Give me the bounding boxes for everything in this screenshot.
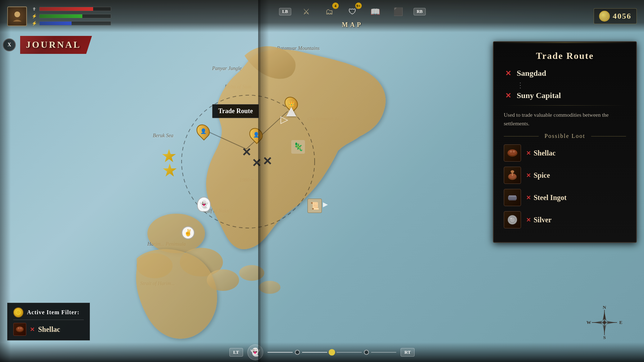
steel-content: ✕ Steel Ingot	[526, 194, 567, 202]
silver-content: ✕ Silver	[526, 216, 552, 224]
marker-animal[interactable]: 🦎	[291, 140, 305, 154]
silver-name: Silver	[534, 216, 552, 224]
marker-ghost[interactable]: 👻	[197, 197, 211, 212]
steel-name: Steel Ingot	[534, 194, 567, 202]
filter-circle-icon	[13, 307, 23, 317]
marker-x1[interactable]: ✕	[242, 145, 251, 159]
filter-panel: Active Item Filter: ✕ Shellac	[7, 303, 90, 340]
nav-btn-inventory[interactable]: 🗂 4	[321, 4, 337, 20]
route-stop-2: ✕ Suny Capital	[504, 91, 626, 100]
steel-icon	[504, 189, 521, 206]
marker-peace[interactable]: ✌	[182, 226, 195, 239]
health-bar	[39, 7, 111, 11]
bottom-nav: LT 👻 RT	[0, 342, 644, 362]
nav-node-1[interactable]	[295, 350, 300, 355]
silver-x-icon: ✕	[526, 217, 531, 223]
nav-btn-sword[interactable]: ⚔	[298, 4, 314, 20]
spice-content: ✕ Spice	[526, 171, 550, 180]
compass-south: S	[603, 335, 606, 340]
filter-label: Active Item Filter:	[27, 309, 79, 316]
rt-button[interactable]: RT	[401, 348, 415, 357]
filter-separator	[13, 320, 84, 320]
svg-point-15	[14, 11, 20, 17]
route-stop-1: ✕ Sangdad	[504, 69, 626, 78]
svg-point-33	[17, 311, 20, 314]
hud-left: 🗡 ⚡ ⚡	[7, 6, 111, 26]
hud-bar: 🗡 ⚡ ⚡ LB	[0, 0, 644, 32]
svg-marker-11	[603, 324, 606, 333]
svg-point-14	[603, 321, 606, 324]
coin-display: 4056	[594, 8, 637, 24]
journal-banner: JOURNAL	[20, 36, 92, 54]
nav-line-1	[268, 352, 293, 353]
journal-label: JOURNAL	[26, 40, 81, 50]
nav-btn-extra[interactable]: ⬛	[390, 4, 406, 20]
trade-route-tooltip: Trade Route	[212, 104, 259, 118]
rb-button[interactable]: RB	[414, 8, 426, 15]
inventory-badge: 4	[332, 3, 339, 9]
svg-marker-12	[594, 321, 603, 324]
marker-sangdad[interactable]: 👤	[197, 124, 209, 138]
nav-btn-journal[interactable]: 📖	[367, 4, 383, 20]
rb-container: RB	[414, 8, 426, 15]
compass-east: E	[619, 320, 622, 325]
filter-label-row: Active Item Filter:	[13, 307, 84, 317]
nav-line-3	[337, 352, 362, 353]
extra-icon: ⬛	[393, 7, 403, 17]
journal-button[interactable]: X JOURNAL	[0, 36, 92, 54]
filter-item-icon	[13, 323, 26, 336]
trade-panel-title: Trade Route	[504, 51, 626, 61]
nav-icons: LB ⚔ 🗂 4 🛡 9+ 📖 ⬛ RB	[279, 4, 426, 20]
lb-button[interactable]: LB	[279, 8, 291, 15]
spice-icon	[504, 167, 521, 184]
svg-point-24	[511, 170, 514, 173]
loot-line-right	[591, 136, 626, 136]
marker-scroll[interactable]: 📜	[307, 199, 322, 213]
hud-center: LB ⚔ 🗂 4 🛡 9+ 📖 ⬛ RB MAP	[279, 4, 426, 29]
trade-route-arrow: ▷	[280, 113, 288, 125]
trade-route-panel: Trade Route ✕ Sangdad ⋮ ✕ Suny Capital U…	[493, 41, 637, 243]
nav-node-2-active[interactable]	[329, 349, 335, 355]
stamina-bar	[39, 14, 111, 18]
svg-point-35	[17, 326, 23, 331]
coin-amount: 4056	[613, 11, 631, 21]
stop2-name: Suny Capital	[517, 91, 561, 100]
map-icon: 🛡	[348, 7, 356, 17]
bottom-nav-inner: LT 👻 RT	[229, 344, 415, 360]
nav-btn-map[interactable]: 🛡 9+	[344, 4, 360, 20]
shellac-x-icon: ✕	[526, 150, 531, 157]
lt-button[interactable]: LT	[229, 348, 243, 357]
loot-item-steel: ✕ Steel Ingot	[504, 189, 626, 206]
compass-west: W	[586, 320, 591, 325]
steel-x-icon: ✕	[526, 194, 531, 201]
compass-north: N	[603, 305, 606, 310]
marker-scroll-arrow[interactable]: ▶	[323, 200, 328, 208]
loot-title: Possible Loot	[544, 133, 585, 139]
loot-item-shellac: ✕ Shellac	[504, 144, 626, 162]
route-description: Used to trade valuable commodities betwe…	[504, 111, 626, 128]
loot-item-spice: ✕ Spice	[504, 167, 626, 184]
svg-point-21	[513, 150, 515, 153]
sword-icon: ⚔	[303, 7, 310, 17]
stop2-icon: ✕	[504, 91, 512, 100]
nav-node-3[interactable]	[364, 350, 369, 355]
mana-bar	[39, 21, 111, 25]
svg-point-19	[508, 149, 517, 155]
svg-marker-10	[603, 312, 606, 321]
svg-point-20	[510, 150, 512, 153]
loot-line-left	[504, 136, 539, 136]
nav-progress-bar	[268, 350, 396, 355]
filter-x-icon: ✕	[30, 326, 35, 333]
filter-item-row: ✕ Shellac	[13, 323, 84, 336]
compass: N S E W	[586, 305, 622, 340]
marker-shellac1[interactable]	[162, 149, 176, 163]
filter-item-name: Shellac	[38, 325, 60, 334]
spice-x-icon: ✕	[526, 172, 531, 179]
hud-right: 4056	[594, 8, 637, 24]
book-shadow-left	[0, 0, 11, 362]
spice-name: Spice	[534, 171, 550, 180]
inventory-icon: 🗂	[325, 7, 333, 17]
svg-marker-13	[606, 321, 615, 324]
svg-point-37	[20, 328, 22, 329]
marker-shellac2[interactable]	[163, 163, 177, 178]
